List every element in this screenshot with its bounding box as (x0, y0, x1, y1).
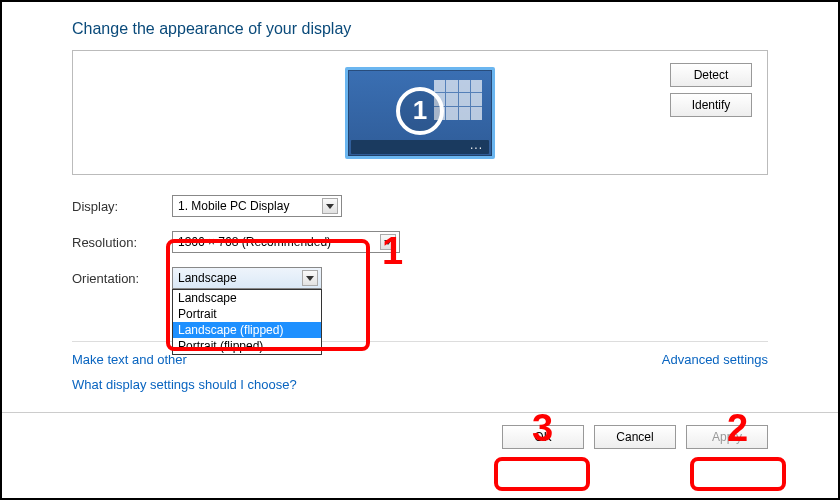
monitor-taskbar-icon (351, 140, 489, 154)
display-select[interactable]: 1. Mobile PC Display (172, 195, 342, 217)
cancel-button[interactable]: Cancel (594, 425, 676, 449)
resolution-label: Resolution: (72, 235, 172, 250)
resolution-select-value: 1366 × 768 (Recommended) (178, 235, 331, 249)
chevron-down-icon (322, 198, 338, 214)
page-title: Change the appearance of your display (72, 20, 768, 38)
resolution-select[interactable]: 1366 × 768 (Recommended) (172, 231, 400, 253)
orientation-option[interactable]: Landscape (flipped) (173, 322, 321, 338)
chevron-down-icon (302, 270, 318, 286)
annotation-box-apply (690, 457, 786, 491)
orientation-select[interactable]: Landscape (172, 267, 322, 289)
monitor-thumbnail[interactable]: 1 (345, 67, 495, 159)
orientation-dropdown[interactable]: LandscapePortraitLandscape (flipped)Port… (172, 289, 322, 355)
orientation-option[interactable]: Portrait (173, 306, 321, 322)
display-preview-box: 1 Detect Identify (72, 50, 768, 175)
advanced-settings-link[interactable]: Advanced settings (662, 352, 768, 367)
ok-button[interactable]: OK (502, 425, 584, 449)
orientation-select-value: Landscape (178, 271, 237, 285)
detect-button[interactable]: Detect (670, 63, 752, 87)
annotation-box-ok (494, 457, 590, 491)
help-link[interactable]: What display settings should I choose? (72, 377, 297, 392)
orientation-option[interactable]: Portrait (flipped) (173, 338, 321, 354)
orientation-option[interactable]: Landscape (173, 290, 321, 306)
orientation-label: Orientation: (72, 271, 172, 286)
make-text-link[interactable]: Make text and other (72, 352, 187, 367)
chevron-down-icon (380, 234, 396, 250)
monitor-number-badge: 1 (396, 87, 444, 135)
display-select-value: 1. Mobile PC Display (178, 199, 289, 213)
apply-button[interactable]: Apply (686, 425, 768, 449)
identify-button[interactable]: Identify (670, 93, 752, 117)
display-label: Display: (72, 199, 172, 214)
